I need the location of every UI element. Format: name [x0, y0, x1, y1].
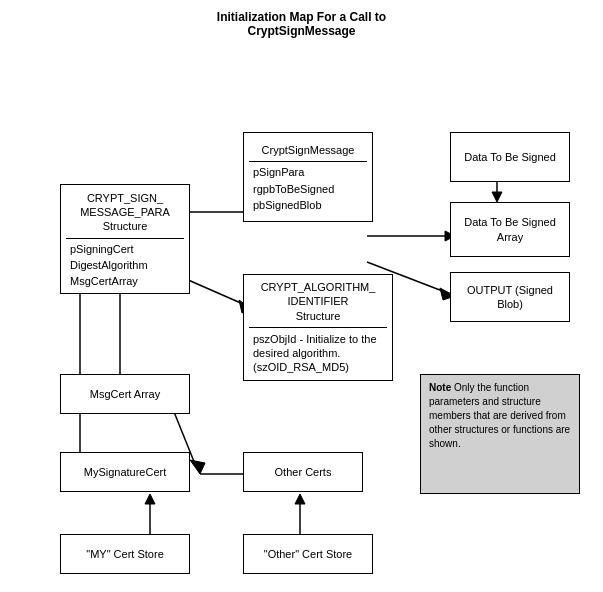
data-to-be-signed-array-box: Data To Be Signed Array: [450, 202, 570, 257]
crypt-sign-message-label: CryptSignMessage: [262, 141, 355, 159]
output-box: OUTPUT (Signed Blob): [450, 272, 570, 322]
crypt-sign-para-box: CRYPT_SIGN_MESSAGE_PARAStructure pSignin…: [60, 184, 190, 294]
field-rgpbtobeSigned: rgpbToBeSigned: [249, 181, 367, 197]
crypt-alg-id-box: CRYPT_ALGORITHM_IDENTIFIERStructure pszO…: [243, 274, 393, 381]
svg-marker-21: [145, 494, 155, 504]
msg-cert-array-box: MsgCert Array: [60, 374, 190, 414]
page-title: Initialization Map For a Call to CryptSi…: [0, 0, 603, 44]
field-msgcertarray: MsgCertArray: [66, 273, 184, 289]
my-cert-store-box: "MY" Cert Store: [60, 534, 190, 574]
field-pbsignedblob: pbSignedBlob: [249, 197, 367, 213]
my-signature-cert-label: MySignatureCert: [84, 465, 167, 479]
data-to-be-signed-box: Data To Be Signed: [450, 132, 570, 182]
my-signature-cert-box: MySignatureCert: [60, 452, 190, 492]
svg-marker-1: [492, 192, 502, 202]
crypt-alg-id-content: pszObjId - Initialize to the desired alg…: [249, 330, 387, 377]
field-psignpara: pSignPara: [249, 164, 367, 180]
svg-marker-13: [190, 460, 205, 474]
note-box: Note Only the function parameters and st…: [420, 374, 580, 494]
crypt-sign-para-label: CRYPT_SIGN_MESSAGE_PARAStructure: [80, 189, 170, 236]
field-digestalgorithm: DigestAlgorithm: [66, 257, 184, 273]
svg-marker-23: [295, 494, 305, 504]
crypt-alg-id-label: CRYPT_ALGORITHM_IDENTIFIERStructure: [261, 278, 376, 325]
my-cert-store-label: "MY" Cert Store: [86, 547, 164, 561]
other-cert-store-label: "Other" Cert Store: [264, 547, 353, 561]
other-cert-store-box: "Other" Cert Store: [243, 534, 373, 574]
note-bold: Note: [429, 382, 451, 393]
field-psigningcert: pSigningCert: [66, 241, 184, 257]
note-text: Only the function parameters and structu…: [429, 382, 570, 449]
msg-cert-array-label: MsgCert Array: [90, 387, 160, 401]
output-label: OUTPUT (Signed Blob): [456, 283, 564, 312]
data-to-be-signed-array-label: Data To Be Signed Array: [456, 215, 564, 244]
other-certs-box: Other Certs: [243, 452, 363, 492]
crypt-sign-message-box: CryptSignMessage pSignPara rgpbToBeSigne…: [243, 132, 373, 222]
other-certs-label: Other Certs: [275, 465, 332, 479]
data-to-be-signed-label: Data To Be Signed: [464, 150, 556, 164]
